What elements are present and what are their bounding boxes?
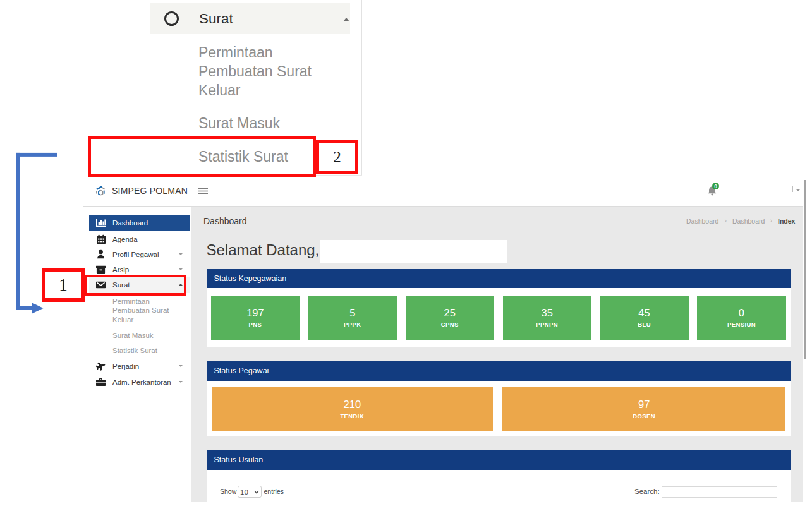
svg-text:0: 0 <box>714 183 717 189</box>
